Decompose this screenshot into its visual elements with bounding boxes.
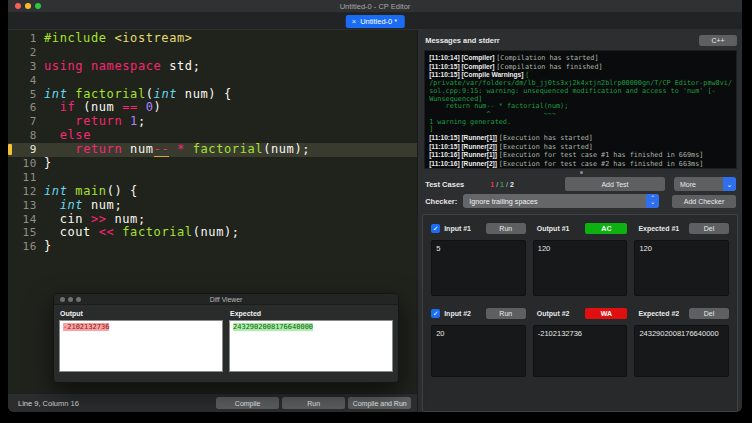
- code-token: >>: [91, 212, 107, 226]
- messages-console[interactable]: [11:10:14] [Compiler] [Compilation has s…: [424, 50, 737, 169]
- testcase-block: ✓Input #1RunOutput #1ACExpected #1Del512…: [431, 222, 729, 296]
- log-segment: [Compilation has started]: [496, 54, 598, 62]
- code-token: (num);: [263, 142, 310, 156]
- log-segment: [Execution has started]: [499, 134, 593, 142]
- log-segment: [11:10:16] [Runner[2]]: [429, 160, 499, 167]
- testcase-checkbox[interactable]: ✓: [431, 309, 440, 318]
- code-token: num;: [107, 212, 146, 226]
- code-text: int main() {: [44, 185, 417, 199]
- tab-bar: × Untitled-0 *: [8, 13, 742, 29]
- code-token: cin: [44, 212, 91, 226]
- expected-label: Expected #2: [638, 310, 679, 317]
- tab-close-icon[interactable]: ×: [352, 17, 356, 26]
- code-token: factorial: [193, 142, 263, 156]
- cursor-position: Line 9, Column 16: [18, 399, 79, 408]
- line-number: 2: [30, 46, 44, 60]
- code-token: ): [154, 100, 162, 114]
- language-button[interactable]: C++: [699, 35, 737, 46]
- line-number-gutter: 15: [8, 226, 44, 240]
- verdict-counts: 1/1/2: [490, 181, 514, 188]
- compile-and-run-button[interactable]: Compile and Run: [348, 397, 411, 409]
- code-token: [122, 114, 130, 128]
- line-number-gutter: 2: [8, 46, 44, 60]
- testcase-expected-box[interactable]: 2432902008176640000: [634, 325, 729, 377]
- line-number: 6: [30, 101, 44, 115]
- code-token: using namespace: [44, 59, 161, 73]
- panel-splitter[interactable]: [418, 169, 742, 176]
- code-line[interactable]: 5int factorial(int num) {: [8, 88, 417, 102]
- testcase-output-box[interactable]: -2102132736: [533, 325, 628, 377]
- right-panel: Messages and stderr C++ [11:10:14] [Comp…: [417, 30, 742, 412]
- log-segment: [11:10:15] [Runner[1]]: [429, 134, 499, 141]
- checker-select[interactable]: Ignore trailing spaces ⌃⌄: [463, 194, 659, 208]
- line-number: 13: [23, 199, 44, 213]
- code-token: int: [154, 87, 177, 101]
- diff-viewer-body: Output -2102132736 Expected 243290200817…: [54, 305, 398, 375]
- code-token: int: [44, 87, 67, 101]
- line-number-gutter: 3: [8, 60, 44, 74]
- testcase-input-box[interactable]: 5: [431, 240, 526, 296]
- code-token: ;: [138, 114, 146, 128]
- diff-expected-column: Expected 2432902008176640000: [229, 308, 393, 372]
- screen: Untitled-0 - CP Editor × Untitled-0 * 1#…: [0, 0, 752, 423]
- line-number: 7: [30, 115, 44, 129]
- code-token: num;: [83, 198, 122, 212]
- testcase-expected-box[interactable]: 120: [634, 240, 729, 296]
- log-segment: [Compilation has finished]: [496, 63, 602, 71]
- code-line[interactable]: 7 return 1;: [8, 115, 417, 129]
- tab-untitled-0[interactable]: × Untitled-0 *: [346, 15, 405, 28]
- code-line[interactable]: 1#include <iostream>: [8, 32, 417, 46]
- testcase-checkbox[interactable]: ✓: [431, 224, 440, 233]
- code-line[interactable]: 16}: [8, 240, 417, 254]
- line-number: 4: [30, 74, 44, 88]
- delete-testcase-button[interactable]: Del: [689, 308, 729, 319]
- code-line[interactable]: 14 cin >> num;: [8, 213, 417, 227]
- code-line[interactable]: 3using namespace std;: [8, 60, 417, 74]
- add-test-button[interactable]: Add Test: [565, 177, 665, 191]
- code-line[interactable]: 2: [8, 46, 417, 60]
- statusbar-buttons: Compile Run Compile and Run: [216, 397, 411, 409]
- code-token: int: [60, 198, 83, 212]
- chevron-down-icon: ⌄: [723, 177, 736, 191]
- code-token: [44, 114, 75, 128]
- checker-label: Checker:: [425, 197, 457, 206]
- code-line[interactable]: 12int main() {: [8, 185, 417, 199]
- code-line[interactable]: 4: [8, 74, 417, 88]
- code-line[interactable]: 13 int num;: [8, 199, 417, 213]
- code-text: }: [44, 240, 417, 254]
- log-segment: [11:10:15] [Compile Warnings]: [429, 71, 525, 78]
- code-token: int: [44, 184, 67, 198]
- code-line[interactable]: 8 else: [8, 129, 417, 143]
- window-title: Untitled-0 - CP Editor: [8, 2, 742, 11]
- log-segment: [11:10:15] [Compiler]: [429, 63, 496, 70]
- line-number-gutter: 13: [8, 199, 44, 213]
- current-line-marker-icon: [8, 144, 12, 155]
- code-line[interactable]: 6 if (num == 0): [8, 101, 417, 115]
- line-number: 15: [23, 226, 44, 240]
- run-testcase-button[interactable]: Run: [486, 223, 526, 234]
- code-text: [44, 74, 417, 88]
- code-token: main: [75, 184, 106, 198]
- log-segment: [Execution for test case #2 has finished…: [499, 160, 704, 168]
- code-line[interactable]: 15 cout << factorial(num);: [8, 226, 417, 240]
- delete-testcase-button[interactable]: Del: [689, 223, 729, 234]
- testcase-input-box[interactable]: 20: [431, 325, 526, 377]
- more-label: More: [674, 181, 723, 188]
- log-line: [11:10:16] [Runner[2]] [Execution for te…: [429, 160, 732, 169]
- code-line[interactable]: 10}: [8, 157, 417, 171]
- more-dropdown[interactable]: More ⌄: [674, 177, 736, 191]
- add-checker-button[interactable]: Add Checker: [672, 195, 736, 208]
- diff-output-column: Output -2102132736: [59, 308, 223, 372]
- code-line[interactable]: 9 return num-- * factorial(num);: [8, 143, 417, 157]
- diff-viewer-window[interactable]: Diff Viewer Output -2102132736 Expected …: [53, 293, 399, 383]
- input-column-header: ✓Input #2Run: [431, 308, 526, 319]
- line-number: 12: [23, 185, 44, 199]
- checker-row: Checker: Ignore trailing spaces ⌃⌄ Add C…: [418, 193, 742, 212]
- code-line[interactable]: 11: [8, 171, 417, 185]
- compile-button[interactable]: Compile: [216, 397, 279, 409]
- run-testcase-button[interactable]: Run: [486, 308, 526, 319]
- testcase-output-box[interactable]: 120: [533, 240, 628, 296]
- code-token: [44, 142, 75, 156]
- run-button[interactable]: Run: [282, 397, 345, 409]
- log-line: [11:10:15] [Compiler] [Compilation has f…: [429, 63, 732, 72]
